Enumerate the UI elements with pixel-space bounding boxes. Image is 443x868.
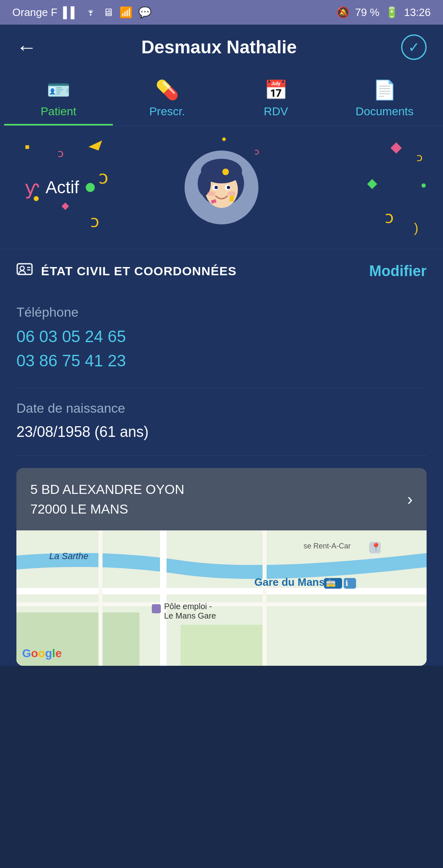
battery-icon: 🔋 bbox=[385, 6, 398, 19]
section-title-wrap: ÉTAT CIVIL ET COORDONNÉES bbox=[16, 261, 237, 281]
confetti-13: ) bbox=[414, 220, 418, 235]
confetti-4: ɔ bbox=[98, 167, 108, 188]
whatsapp-icon: 💬 bbox=[138, 6, 151, 19]
patient-status-badge: ƴ Actif bbox=[25, 176, 95, 199]
battery-label: 79 % bbox=[355, 6, 379, 19]
svg-point-9 bbox=[207, 191, 215, 196]
confetti-11: ɔ bbox=[90, 212, 99, 231]
tab-prescr-label: Prescr. bbox=[149, 105, 185, 118]
svg-point-10 bbox=[228, 191, 236, 196]
svg-point-8 bbox=[227, 186, 230, 189]
avatar-section: ▪ ɔ ◢ ɔ ◆ ɔ ● ◆ ● ◆ ɔ ɔ ) ● ɔ ƴ Actif bbox=[0, 126, 443, 249]
svg-text:📍: 📍 bbox=[371, 542, 381, 552]
svg-text:Pôle emploi -: Pôle emploi - bbox=[164, 602, 212, 611]
confetti-7: ● bbox=[421, 179, 427, 191]
svg-point-15 bbox=[20, 266, 24, 270]
status-left: Orange F ▌▌ 🖥 📶 💬 bbox=[12, 6, 151, 19]
map-container[interactable]: La Sarthe Gare du Mans 🚋 ℹ Pôle emploi -… bbox=[16, 530, 427, 666]
google-logo: Google bbox=[22, 647, 62, 660]
svg-text:Le Mans Gare: Le Mans Gare bbox=[164, 611, 216, 620]
svg-rect-23 bbox=[160, 530, 167, 666]
contact-card-icon bbox=[16, 261, 33, 281]
check-icon: ✓ bbox=[408, 39, 420, 55]
confetti-5: ◆ bbox=[390, 138, 402, 155]
address-line1: 5 BD ALEXANDRE OYON bbox=[30, 480, 184, 499]
birth-date-label: Date de naissance bbox=[16, 401, 427, 416]
address-line2: 72000 LE MANS bbox=[30, 499, 184, 519]
back-button[interactable]: ← bbox=[16, 35, 37, 59]
clock-label: 13:26 bbox=[404, 6, 431, 19]
carrier-label: Orange F bbox=[12, 6, 57, 19]
tab-rdv-icon: 📅 bbox=[264, 79, 288, 101]
tab-prescr-icon: 💊 bbox=[155, 79, 179, 101]
svg-rect-20 bbox=[180, 625, 263, 666]
tab-patient[interactable]: 🪪 Patient bbox=[4, 70, 113, 126]
svg-point-0 bbox=[90, 14, 91, 16]
svg-text:🚋: 🚋 bbox=[326, 578, 336, 588]
svg-point-11 bbox=[222, 169, 229, 175]
tab-documents[interactable]: 📄 Documents bbox=[330, 70, 439, 126]
telephone-field: Téléphone 06 03 05 24 65 03 86 75 41 23 bbox=[16, 292, 427, 388]
svg-rect-24 bbox=[263, 530, 267, 666]
tab-rdv[interactable]: 📅 RDV bbox=[222, 70, 330, 126]
svg-text:Gare du Mans: Gare du Mans bbox=[254, 576, 325, 588]
confetti-12: ɔ bbox=[385, 208, 394, 227]
svg-text:ℹ: ℹ bbox=[345, 579, 348, 587]
chevron-right-icon: › bbox=[407, 490, 413, 509]
confetti-3: ◢ bbox=[88, 133, 103, 152]
signal-bars-icon: 📶 bbox=[119, 6, 132, 19]
confetti-15: ɔ bbox=[254, 146, 259, 157]
svg-text:La Sarthe: La Sarthe bbox=[49, 551, 88, 561]
status-symbol-icon: ƴ bbox=[25, 176, 39, 199]
birth-date-field: Date de naissance 23/08/1958 (61 ans) bbox=[16, 388, 427, 456]
status-bar: Orange F ▌▌ 🖥 📶 💬 🔕 79 % 🔋 13:26 bbox=[0, 0, 443, 25]
svg-rect-25 bbox=[98, 530, 103, 666]
tab-documents-icon: 📄 bbox=[373, 79, 396, 101]
check-circle-button[interactable]: ✓ bbox=[401, 34, 427, 60]
birth-date-value: 23/08/1958 (61 ans) bbox=[16, 423, 427, 441]
confetti-6: ɔ bbox=[416, 151, 422, 164]
svg-rect-22 bbox=[16, 602, 427, 606]
confetti-8: ◆ bbox=[367, 175, 377, 191]
address-map-section: 5 BD ALEXANDRE OYON 72000 LE MANS › bbox=[16, 456, 427, 666]
tab-rdv-label: RDV bbox=[264, 105, 288, 118]
tab-documents-label: Documents bbox=[356, 105, 414, 118]
header: ← Desmaux Nathalie ✓ bbox=[0, 25, 443, 70]
modifier-button[interactable]: Modifier bbox=[369, 263, 427, 280]
monitor-icon: 🖥 bbox=[103, 6, 114, 19]
telephone-value-1[interactable]: 06 03 05 24 65 bbox=[16, 327, 427, 346]
page-title: Desmaux Nathalie bbox=[141, 37, 297, 57]
status-text: Actif bbox=[46, 178, 79, 197]
notification-icon: 🔕 bbox=[336, 6, 349, 19]
svg-point-7 bbox=[215, 186, 218, 189]
svg-rect-32 bbox=[152, 604, 161, 613]
section-header: ÉTAT CIVIL ET COORDONNÉES Modifier bbox=[0, 249, 443, 292]
confetti-1: ▪ bbox=[25, 138, 30, 155]
map-image: La Sarthe Gare du Mans 🚋 ℹ Pôle emploi -… bbox=[16, 530, 427, 666]
wifi-icon bbox=[84, 6, 97, 19]
avatar bbox=[185, 151, 258, 224]
content-area: Téléphone 06 03 05 24 65 03 86 75 41 23 … bbox=[0, 292, 443, 666]
status-dot-icon bbox=[86, 183, 95, 192]
confetti-2: ɔ bbox=[57, 146, 64, 160]
svg-text:se Rent-A-Car: se Rent-A-Car bbox=[304, 542, 351, 550]
tab-patient-icon: 🪪 bbox=[47, 79, 70, 101]
telephone-label: Téléphone bbox=[16, 305, 427, 320]
address-card[interactable]: 5 BD ALEXANDRE OYON 72000 LE MANS › bbox=[16, 468, 427, 530]
signal-icon: ▌▌ bbox=[63, 6, 78, 19]
tab-prescr[interactable]: 💊 Prescr. bbox=[113, 70, 222, 126]
address-text: 5 BD ALEXANDRE OYON 72000 LE MANS bbox=[30, 480, 184, 519]
telephone-value-2[interactable]: 03 86 75 41 23 bbox=[16, 352, 427, 370]
tab-bar: 🪪 Patient 💊 Prescr. 📅 RDV 📄 Documents bbox=[0, 70, 443, 126]
section-title-label: ÉTAT CIVIL ET COORDONNÉES bbox=[41, 264, 237, 278]
confetti-10: ◆ bbox=[62, 200, 69, 211]
status-right: 🔕 79 % 🔋 13:26 bbox=[336, 6, 431, 19]
svg-rect-21 bbox=[16, 588, 427, 594]
tab-patient-label: Patient bbox=[41, 105, 76, 118]
avatar-image bbox=[189, 155, 254, 220]
confetti-14: ● bbox=[222, 134, 226, 144]
